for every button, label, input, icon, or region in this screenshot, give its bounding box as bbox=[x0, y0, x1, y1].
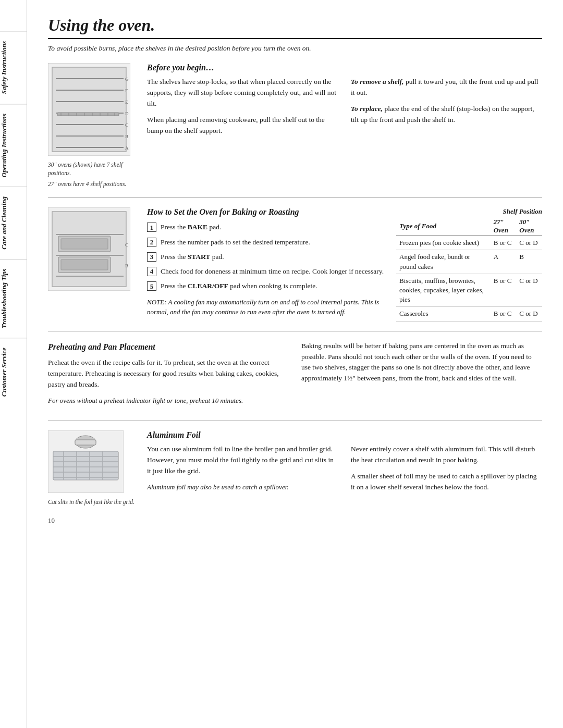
step-2-num: 2 bbox=[147, 238, 156, 247]
svg-text:G: G bbox=[125, 77, 129, 82]
preheating-col1-p2: For ovens without a preheat indicator li… bbox=[48, 396, 289, 406]
page-number: 10 bbox=[48, 516, 542, 525]
before-image-caption2: 27″ ovens have 4 shelf positions. bbox=[48, 180, 137, 188]
aluminum-section: Cut slits in the foil just like the grid… bbox=[48, 430, 542, 506]
sidebar-item-safety[interactable]: Safety Instructions bbox=[0, 31, 27, 104]
aluminum-foil-image bbox=[48, 430, 124, 493]
step-4-text: Check food for doneness at minimum time … bbox=[161, 266, 384, 277]
step-4: 4 Check food for doneness at minimum tim… bbox=[147, 266, 386, 277]
aluminum-col2-p2: A smaller sheet of foil may be used to c… bbox=[351, 471, 542, 493]
before-col2: To remove a shelf, pull it toward you, t… bbox=[351, 77, 542, 142]
step-2: 2 Press the number pads to set the desir… bbox=[147, 237, 386, 248]
before-image-col: G F E D C B A bbox=[48, 63, 137, 188]
svg-text:B: B bbox=[125, 263, 128, 268]
before-col2-p1-bold: To remove a shelf, bbox=[351, 78, 404, 85]
step-5: 5 Press the CLEAR/OFF pad when cooking i… bbox=[147, 281, 386, 291]
step-2-text: Press the number pads to set the desired… bbox=[161, 237, 310, 248]
table-cell-30: C or D bbox=[516, 307, 542, 321]
shelf-position-table: Type of Food 27″ Oven 30″ Oven Frozen pi… bbox=[396, 217, 542, 321]
page-title: Using the oven. bbox=[48, 16, 542, 35]
table-col2-header: 27″ Oven bbox=[491, 217, 517, 236]
before-col2-p2: To replace, place the end of the shelf (… bbox=[351, 104, 542, 126]
before-col1-p1: The shelves have stop-locks, so that whe… bbox=[147, 77, 338, 109]
table-cell-27: B or C bbox=[491, 236, 517, 250]
sidebar: Safety Instructions Operating Instructio… bbox=[0, 0, 27, 728]
preheating-section: Preheating and Pan Placement Preheat the… bbox=[48, 341, 542, 412]
table-row: Frozen pies (on cookie sheet)B or CC or … bbox=[396, 236, 542, 250]
step-5-text: Press the CLEAR/OFF pad when cooking is … bbox=[161, 281, 317, 291]
title-rule bbox=[48, 38, 542, 39]
svg-rect-16 bbox=[57, 113, 119, 116]
before-heading: Before you begin… bbox=[147, 63, 542, 72]
table-cell-food: Angel food cake, bundt or pound cakes bbox=[396, 250, 491, 274]
aluminum-col2: Never entirely cover a shelf with alumin… bbox=[351, 444, 542, 498]
before-text-col: Before you begin… The shelves have stop-… bbox=[147, 63, 542, 188]
aluminum-col1-p2: Aluminum foil may also be used to catch … bbox=[147, 482, 338, 492]
section-rule-3 bbox=[48, 421, 542, 421]
step-1-text: Press the BAKE pad. bbox=[161, 222, 221, 232]
baking-steps-col: How to Set the Oven for Baking or Roasti… bbox=[147, 207, 386, 321]
before-col2-p2-bold: To replace, bbox=[351, 105, 383, 113]
baking-section: C B How to Set the Oven for Baking or Ro… bbox=[48, 207, 542, 321]
svg-text:B: B bbox=[125, 134, 128, 139]
sidebar-item-care[interactable]: Care and Cleaning bbox=[0, 187, 27, 259]
before-section: G F E D C B A bbox=[48, 63, 542, 188]
before-col2-p1: To remove a shelf, pull it toward you, t… bbox=[351, 77, 542, 98]
svg-rect-1 bbox=[52, 67, 126, 152]
before-col1: The shelves have stop-locks, so that whe… bbox=[147, 77, 338, 142]
aluminum-col1: You can use aluminum foil to line the br… bbox=[147, 444, 338, 498]
svg-rect-30 bbox=[61, 260, 108, 270]
table-cell-30: C or D bbox=[516, 236, 542, 250]
svg-text:D: D bbox=[125, 111, 129, 116]
step-4-num: 4 bbox=[147, 267, 156, 276]
preheating-col2: Baking results will be better if baking … bbox=[301, 341, 542, 412]
aluminum-heading: Aluminum Foil bbox=[147, 430, 542, 440]
section-rule-1 bbox=[48, 198, 542, 198]
section-rule-2 bbox=[48, 331, 542, 331]
table-cell-30: B bbox=[516, 250, 542, 274]
step-3-text: Press the START pad. bbox=[161, 252, 224, 262]
table-col3-header: 30″ Oven bbox=[516, 217, 542, 236]
table-cell-27: A bbox=[491, 250, 517, 274]
intro-text: To avoid possible burns, place the shelv… bbox=[48, 44, 542, 53]
sidebar-item-operating[interactable]: Operating Instructions bbox=[0, 104, 27, 187]
sidebar-item-customer[interactable]: Customer Service bbox=[0, 338, 27, 406]
baking-note: NOTE: A cooling fan may automatically tu… bbox=[147, 297, 386, 317]
sidebar-item-troubleshooting[interactable]: Troubleshooting Tips bbox=[0, 259, 27, 338]
shelf-table-col: Shelf Position Type of Food 27″ Oven 30″… bbox=[396, 207, 542, 321]
step-3: 3 Press the START pad. bbox=[147, 252, 386, 262]
shelf-table-header: Shelf Position bbox=[396, 207, 542, 216]
aluminum-two-col: You can use aluminum foil to line the br… bbox=[147, 444, 542, 498]
preheating-heading: Preheating and Pan Placement bbox=[48, 341, 289, 354]
main-content: Using the oven. To avoid possible burns,… bbox=[27, 0, 563, 728]
table-col1-header: Type of Food bbox=[396, 217, 491, 236]
preheating-col1: Preheating and Pan Placement Preheat the… bbox=[48, 341, 289, 412]
table-cell-27: B or C bbox=[491, 307, 517, 321]
table-cell-food: Frozen pies (on cookie sheet) bbox=[396, 236, 491, 250]
aluminum-image-col: Cut slits in the foil just like the grid… bbox=[48, 430, 137, 506]
step-1-num: 1 bbox=[147, 223, 156, 232]
aluminum-image-caption: Cut slits in the foil just like the grid… bbox=[48, 498, 137, 506]
oven-shelf-image: G F E D C B A bbox=[48, 63, 130, 156]
table-cell-food: Biscuits, muffins, brownies, cookies, cu… bbox=[396, 274, 491, 307]
baking-heading: How to Set the Oven for Baking or Roasti… bbox=[147, 207, 386, 217]
table-cell-27: B or C bbox=[491, 274, 517, 307]
table-row: Biscuits, muffins, brownies, cookies, cu… bbox=[396, 274, 542, 307]
before-two-col: The shelves have stop-locks, so that whe… bbox=[147, 77, 542, 142]
svg-rect-49 bbox=[75, 440, 96, 445]
step-3-num: 3 bbox=[147, 252, 156, 262]
table-row: Angel food cake, bundt or pound cakesAB bbox=[396, 250, 542, 274]
before-col1-p2: When placing and removing cookware, pull… bbox=[147, 115, 338, 137]
svg-text:F: F bbox=[125, 88, 128, 93]
aluminum-col1-p1: You can use aluminum foil to line the br… bbox=[147, 444, 338, 477]
table-cell-30: C or D bbox=[516, 274, 542, 307]
step-1: 1 Press the BAKE pad. bbox=[147, 222, 386, 232]
oven-baking-image: C B bbox=[48, 207, 130, 291]
aluminum-col2-p1: Never entirely cover a shelf with alumin… bbox=[351, 444, 542, 466]
svg-text:E: E bbox=[125, 100, 128, 105]
preheating-col2-p1: Baking results will be better if baking … bbox=[301, 341, 542, 385]
table-row: CasserolesB or CC or D bbox=[396, 307, 542, 321]
baking-steps-list: 1 Press the BAKE pad. 2 Press the number… bbox=[147, 222, 386, 291]
table-cell-food: Casseroles bbox=[396, 307, 491, 321]
svg-text:C: C bbox=[125, 122, 128, 128]
